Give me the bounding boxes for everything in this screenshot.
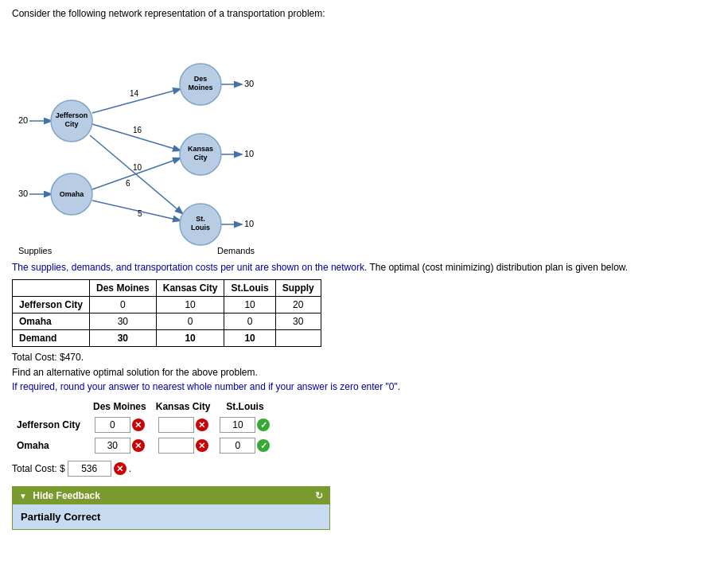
svg-text:Louis: Louis bbox=[191, 224, 210, 232]
table-row: Omaha 30 0 0 30 bbox=[13, 313, 321, 330]
omaha-kansas-wrong-icon: ✕ bbox=[196, 439, 208, 452]
omaha-stlouis-cell: ✓ bbox=[220, 438, 270, 454]
svg-text:City: City bbox=[193, 154, 207, 162]
total-cost-answer-row: Total Cost: $ ✕ . bbox=[12, 461, 712, 477]
ans-col-kansas-city: Kansas City bbox=[151, 399, 216, 415]
omaha-des-moines-wrong-icon: ✕ bbox=[132, 439, 145, 452]
intro-text: Consider the following network represent… bbox=[12, 8, 712, 19]
svg-text:30: 30 bbox=[244, 79, 254, 88]
feedback-refresh-icon: ↻ bbox=[315, 490, 323, 501]
description-text: The supplies, demands, and transportatio… bbox=[12, 262, 712, 273]
svg-text:6: 6 bbox=[126, 179, 130, 188]
col-des-moines: Des Moines bbox=[90, 280, 157, 297]
jefferson-kansas-cell: ✕ bbox=[158, 417, 208, 433]
demand-row: Demand 30 10 10 bbox=[13, 330, 321, 347]
total-cost-display: Total Cost: $470. bbox=[12, 352, 712, 363]
svg-text:10: 10 bbox=[244, 219, 254, 228]
total-cost-wrong-icon: ✕ bbox=[114, 462, 127, 475]
answer-row-omaha: Omaha ✕ ✕ ✓ bbox=[12, 435, 274, 456]
jefferson-kansas-input[interactable] bbox=[158, 417, 194, 433]
svg-text:16: 16 bbox=[133, 126, 142, 134]
feedback-header[interactable]: ▼ Hide Feedback ↻ bbox=[13, 487, 329, 504]
jefferson-stlouis-correct-icon: ✓ bbox=[257, 419, 270, 431]
svg-text:Omaha: Omaha bbox=[60, 190, 85, 198]
svg-text:Supplies: Supplies bbox=[18, 246, 53, 255]
svg-text:Moines: Moines bbox=[188, 84, 212, 92]
col-supply: Supply bbox=[275, 280, 321, 297]
feedback-body: Partially Correct bbox=[13, 504, 329, 529]
omaha-kansas-input[interactable] bbox=[158, 438, 194, 454]
col-kansas-city: Kansas City bbox=[156, 280, 224, 297]
jefferson-des-moines-wrong-icon: ✕ bbox=[132, 419, 145, 431]
omaha-stlouis-correct-icon: ✓ bbox=[257, 439, 270, 452]
network-svg: 14 16 6 10 5 20 30 30 10 10 Jef bbox=[12, 27, 267, 258]
svg-text:City: City bbox=[64, 120, 78, 128]
total-cost-dot: . bbox=[129, 463, 131, 474]
round-note: If required, round your answer to neares… bbox=[12, 381, 712, 392]
svg-text:14: 14 bbox=[130, 89, 139, 98]
jefferson-des-moines-input[interactable] bbox=[95, 417, 130, 433]
jefferson-stlouis-input[interactable] bbox=[220, 417, 255, 433]
feedback-triangle-icon: ▼ bbox=[19, 492, 27, 500]
jefferson-des-moines-cell: ✕ bbox=[95, 417, 145, 433]
svg-text:20: 20 bbox=[18, 115, 28, 125]
svg-text:10: 10 bbox=[244, 149, 254, 158]
optimal-solution-table: Des Moines Kansas City St.Louis Supply J… bbox=[12, 279, 321, 347]
ans-col-st-louis: St.Louis bbox=[215, 399, 274, 415]
col-st-louis: St.Louis bbox=[224, 280, 275, 297]
svg-text:Kansas: Kansas bbox=[188, 145, 213, 153]
answer-row-jefferson: Jefferson City ✕ ✕ ✓ bbox=[12, 415, 274, 435]
feedback-header-label: Hide Feedback bbox=[33, 490, 100, 501]
ans-col-des-moines: Des Moines bbox=[88, 399, 151, 415]
svg-text:5: 5 bbox=[138, 209, 142, 218]
svg-text:Demands: Demands bbox=[217, 246, 255, 255]
network-diagram: 14 16 6 10 5 20 30 30 10 10 Jef bbox=[12, 27, 267, 258]
total-cost-label: Total Cost: $ bbox=[12, 463, 65, 474]
omaha-des-moines-input[interactable] bbox=[95, 438, 130, 454]
omaha-des-moines-cell: ✕ bbox=[95, 438, 145, 454]
svg-text:St.: St. bbox=[196, 215, 205, 223]
feedback-panel: ▼ Hide Feedback ↻ Partially Correct bbox=[12, 486, 330, 530]
total-cost-input[interactable] bbox=[68, 461, 111, 477]
answer-table: Des Moines Kansas City St.Louis Jefferso… bbox=[12, 399, 274, 456]
svg-text:Des: Des bbox=[194, 75, 208, 83]
omaha-stlouis-input[interactable] bbox=[220, 438, 255, 454]
omaha-kansas-cell: ✕ bbox=[158, 438, 208, 454]
find-alt-text: Find an alternative optimal solution for… bbox=[12, 367, 712, 378]
jefferson-stlouis-cell: ✓ bbox=[220, 417, 270, 433]
svg-text:10: 10 bbox=[133, 163, 142, 172]
jefferson-kansas-wrong-icon: ✕ bbox=[196, 419, 208, 431]
table-row: Jefferson City 0 10 10 20 bbox=[13, 297, 321, 313]
svg-line-8 bbox=[92, 201, 180, 220]
svg-text:Jefferson: Jefferson bbox=[56, 111, 88, 119]
svg-text:30: 30 bbox=[18, 189, 28, 198]
